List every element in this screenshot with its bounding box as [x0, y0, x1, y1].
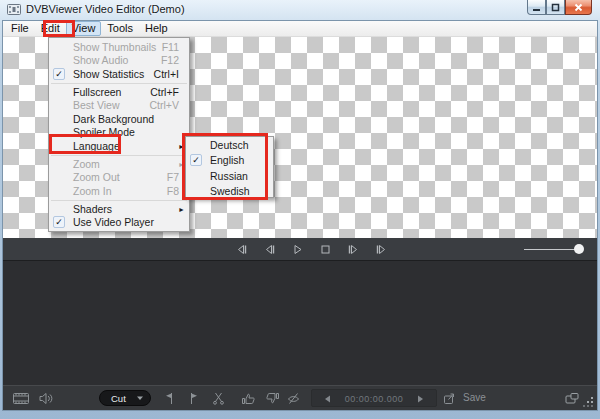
- red-highlight-view-menu: [43, 20, 75, 37]
- marker-in-flag-icon[interactable]: [163, 392, 179, 405]
- menu-item-use-video-player[interactable]: ✓ Use Video Player: [49, 216, 189, 230]
- menu-item-zoom-out[interactable]: Zoom Out F7: [49, 171, 189, 185]
- app-window: DVBViewer Video Editor (Demo) File Edit …: [0, 0, 600, 419]
- menu-item-fullscreen[interactable]: Fullscreen Ctrl+F: [49, 85, 189, 99]
- next-frame-arrow-icon[interactable]: [417, 395, 424, 403]
- menu-file[interactable]: File: [5, 21, 35, 36]
- submenu-arrow-icon: ►: [178, 206, 185, 213]
- save-button[interactable]: Save: [463, 392, 486, 403]
- menu-item-show-thumbnails[interactable]: Show Thumbnails F11: [49, 40, 189, 54]
- title-bar[interactable]: DVBViewer Video Editor (Demo): [0, 0, 600, 20]
- preview-eye-icon[interactable]: [287, 392, 303, 405]
- audio-speaker-icon[interactable]: [39, 392, 55, 405]
- maximize-button[interactable]: [546, 0, 565, 15]
- checkmark-icon: ✓: [53, 216, 65, 228]
- menu-help[interactable]: Help: [139, 21, 174, 36]
- volume-slider-knob[interactable]: [574, 244, 584, 254]
- menu-item-show-statistics[interactable]: ✓ Show Statistics Ctrl+I: [49, 67, 189, 81]
- minimize-button[interactable]: [527, 0, 546, 15]
- cut-mode-label: Cut: [111, 393, 136, 404]
- menu-tools[interactable]: Tools: [101, 21, 139, 36]
- thumbs-down-icon[interactable]: [265, 392, 281, 405]
- timecode-panel: 00:00:00.000: [311, 389, 437, 407]
- menu-item-dark-background[interactable]: Dark Background: [49, 112, 189, 126]
- menu-item-zoom[interactable]: Zoom ►: [49, 157, 189, 171]
- transport-buttons: [236, 244, 387, 255]
- save-icon[interactable]: [443, 392, 455, 405]
- transport-bar: [3, 238, 597, 261]
- chevron-down-icon: [136, 394, 144, 402]
- play-icon[interactable]: [292, 244, 303, 255]
- checkmark-icon: ✓: [53, 68, 65, 80]
- jump-end-icon[interactable]: [376, 244, 387, 255]
- close-button[interactable]: [565, 0, 592, 15]
- menu-item-zoom-in[interactable]: Zoom In F8: [49, 184, 189, 198]
- resize-grip[interactable]: [583, 396, 594, 407]
- marker-out-flag-icon[interactable]: [188, 392, 204, 405]
- timeline-area[interactable]: [3, 261, 597, 385]
- menu-bar: File Edit View Tools Help: [3, 21, 597, 37]
- red-highlight-language-item: [49, 134, 121, 154]
- jump-start-icon[interactable]: [236, 244, 247, 255]
- app-icon: [7, 3, 21, 16]
- volume-slider-track[interactable]: [524, 249, 580, 250]
- menu-item-best-view[interactable]: Best View Ctrl+V: [49, 99, 189, 113]
- red-highlight-language-submenu: [182, 133, 268, 200]
- delete-cut-scissors-icon[interactable]: [212, 392, 228, 405]
- stop-icon[interactable]: [320, 244, 331, 255]
- step-forward-icon[interactable]: [348, 244, 359, 255]
- caption-buttons: [527, 0, 592, 15]
- step-back-icon[interactable]: [264, 244, 275, 255]
- window-title: DVBViewer Video Editor (Demo): [26, 3, 185, 15]
- menu-item-shaders[interactable]: Shaders ►: [49, 202, 189, 216]
- bottom-toolbar: Cut: [3, 385, 597, 410]
- pip-window-icon[interactable]: [565, 392, 579, 405]
- thumbs-up-icon[interactable]: [241, 392, 257, 405]
- filmstrip-icon[interactable]: [13, 392, 29, 405]
- menu-item-show-audio[interactable]: Show Audio F12: [49, 54, 189, 68]
- cut-mode-dropdown[interactable]: Cut: [99, 390, 151, 406]
